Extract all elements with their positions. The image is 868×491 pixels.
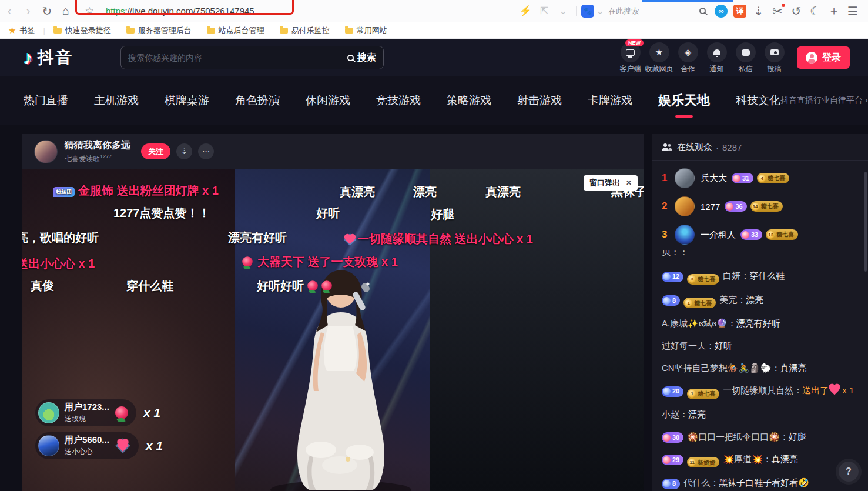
bookmark-folder[interactable]: 常用网站 (345, 25, 387, 36)
nav-item-favorite[interactable]: ★ 收藏网页 (645, 42, 673, 74)
online-label: 在线观众 (677, 142, 712, 153)
chat-text: 好听 (715, 340, 732, 350)
reload-icon[interactable]: ↻ (38, 2, 56, 20)
live-player: 猜猜我离你多远 七喜爱读歌1277 关注 ⇣ ⋯ (22, 134, 644, 491)
bookmark-folder[interactable]: 易付乐监控 (280, 25, 330, 36)
chat-user: CN坚持自己梦想🏇🚴🗿🐑 (662, 363, 772, 373)
back-icon[interactable]: ‹ (1, 2, 18, 20)
danmaku: 真漂亮 (485, 184, 521, 200)
new-tab-icon[interactable]: ＋ (825, 2, 843, 20)
chat-message: 123糖七喜白妍：穿什么鞋 (662, 268, 860, 285)
side-search-input[interactable]: 在此搜索 (605, 6, 693, 16)
level-badge: 12 (662, 272, 683, 282)
gift-user-name: 用户5660... (65, 435, 109, 446)
chat-message: 81糖七喜美完：漂亮 (662, 292, 860, 309)
site-search-box[interactable]: 搜索 (120, 46, 384, 69)
tab-strategy-games[interactable]: 策略游戏 (447, 93, 491, 108)
undo-icon[interactable]: ↺ (787, 2, 805, 20)
bookmark-star-icon[interactable]: ☆ (81, 2, 98, 20)
bookmark-folder[interactable]: 服务器管理后台 (126, 25, 192, 36)
sync-extension-icon[interactable]: ∞ (715, 5, 728, 18)
forward-icon[interactable]: › (19, 2, 37, 20)
tab-card-games[interactable]: 卡牌游戏 (588, 93, 632, 108)
share-icon[interactable]: ⇱ (535, 2, 553, 20)
nav-item-messages[interactable]: 私信 (731, 42, 760, 74)
url-text[interactable]: https://live.douyin.com/750526147945 (99, 2, 262, 20)
chat-user: 一切随缘顺其自然 (723, 385, 793, 395)
gift-count: x 1 (143, 406, 160, 420)
self-discipline-link[interactable]: 抖音直播行业自律平台 › (780, 95, 868, 106)
fanclub-badge: 3糖七喜 (687, 274, 719, 285)
folder-icon (126, 28, 135, 34)
chat-message-clipped: 贝：： (662, 250, 860, 260)
login-button[interactable]: 登录 (797, 46, 850, 69)
nav-item-client[interactable]: NEW 客户端 (616, 42, 645, 74)
more-button[interactable]: ⋯ (198, 143, 214, 159)
nav-item-notification[interactable]: 通知 (702, 42, 731, 74)
tab-competitive-games[interactable]: 竞技游戏 (376, 93, 421, 108)
douyin-logo[interactable]: ♪ 抖音 (24, 46, 73, 69)
translate-icon[interactable]: 译 (733, 5, 746, 18)
lightning-icon[interactable]: ⚡ (517, 2, 534, 20)
level-badge: 8 (662, 295, 680, 306)
level-badge: 30 (662, 432, 683, 443)
home-icon[interactable]: ⌂ (57, 2, 75, 20)
chevron-right-icon: › (865, 95, 868, 105)
search-icon (347, 55, 354, 61)
tab-console-games[interactable]: 主机游戏 (94, 93, 139, 108)
tab-shooting-games[interactable]: 射击游戏 (517, 93, 562, 108)
download-icon[interactable]: ⇣ (750, 2, 768, 20)
gift-count: x 1 (146, 439, 163, 453)
rank-number: 1 (662, 172, 675, 184)
rank-row[interactable]: 2 1277 36 14糖七喜 (652, 192, 868, 221)
night-mode-icon[interactable]: ☾ (806, 2, 824, 20)
popup-window-button[interactable]: 窗口弹出 ✕ (584, 175, 638, 191)
follow-button[interactable]: 关注 (141, 143, 170, 159)
nav-item-cooperation[interactable]: ◈ 合作 (673, 42, 702, 74)
help-button[interactable]: ? (839, 462, 859, 482)
viewer-avatar (675, 225, 695, 245)
danmaku: 好听好听 (257, 278, 333, 294)
streamer-avatar[interactable] (34, 140, 58, 163)
bookmarks-label[interactable]: 书签 (19, 25, 35, 36)
star-icon: ★ (649, 42, 669, 62)
site-search-input[interactable] (128, 53, 347, 62)
chevron-down-icon[interactable]: ⌄ (554, 2, 572, 20)
tab-board-games[interactable]: 棋牌桌游 (165, 93, 209, 108)
site-search-button[interactable]: 搜索 (347, 52, 376, 64)
chat-user: A.康城✨ɞ斌ɞ🔮 (662, 318, 728, 328)
medal-icon: 13 (767, 231, 775, 239)
scissors-icon[interactable]: ✂ (769, 2, 786, 20)
bookmark-folder[interactable]: 站点后台管理 (207, 25, 264, 36)
danmaku-gift: 粉丝团金服饰 送出粉丝团灯牌 x 1 (53, 183, 219, 199)
folder-icon (207, 28, 215, 34)
video-area[interactable]: 粉丝团金服饰 送出粉丝团灯牌 x 1 1277点赞点赞！！ 亮，歌唱的好听 漂亮… (22, 169, 644, 491)
danmaku: 漂亮 (413, 184, 437, 200)
browser-toolbar: ‹ › ↻ ⌂ ☆ https://live.douyin.com/750526… (0, 0, 868, 22)
chat-text: 真漂亮 (772, 454, 798, 464)
paw-search-engine-icon[interactable]: 🐾 (581, 5, 594, 18)
rank-number: 2 (662, 201, 675, 212)
menu-icon[interactable]: ☰ (844, 2, 862, 20)
download-button[interactable]: ⇣ (176, 143, 192, 159)
bookmark-folder[interactable]: 快速登录捷径 (53, 25, 111, 36)
tab-hot-live[interactable]: 热门直播 (24, 93, 68, 108)
tab-casual-games[interactable]: 休闲游戏 (306, 93, 350, 108)
heart-icon (346, 235, 355, 245)
chat-text: 黑袜子白鞋子看好看🤣 (719, 477, 809, 487)
scrollbar-thumb[interactable] (864, 172, 867, 272)
tab-entertainment-active[interactable]: 娱乐天地 (658, 92, 710, 109)
address-bar[interactable]: ☆ https://live.douyin.com/750526147945 (80, 2, 262, 20)
rank-row[interactable]: 3 一介粗人 33 13糖七喜 (652, 221, 868, 249)
tab-tech-culture[interactable]: 科技文化 (736, 93, 780, 108)
chevron-down-icon[interactable]: ⌄ (596, 2, 604, 20)
rank-row[interactable]: 1 兵大大 31 4糖七喜 (652, 164, 868, 192)
streamer-name: 七喜爱读歌1277 (65, 153, 130, 164)
search-icon[interactable] (693, 2, 711, 20)
tab-roleplay[interactable]: 角色扮演 (235, 93, 280, 108)
gift-text: 送出了 (802, 385, 829, 395)
danmaku: 1277点赞点赞！！ (113, 205, 210, 221)
nav-item-upload[interactable]: 投稿 (760, 42, 789, 74)
chat-list[interactable]: 贝：： 123糖七喜白妍：穿什么鞋 81糖七喜美完：漂亮 A.康城✨ɞ斌ɞ🔮：漂… (652, 249, 868, 490)
close-icon[interactable]: ✕ (626, 179, 632, 187)
